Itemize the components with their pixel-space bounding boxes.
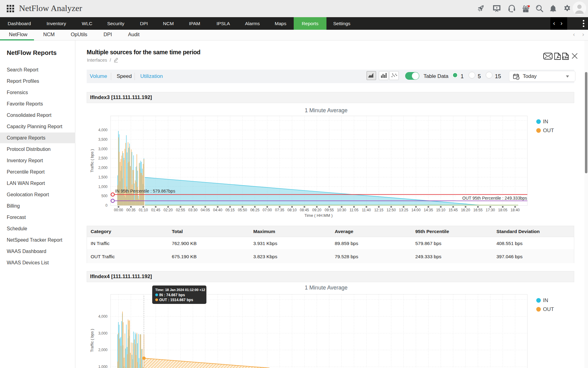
svg-text:06:25: 06:25: [250, 208, 259, 212]
svg-text:17:30: 17:30: [486, 208, 495, 212]
svg-text:1,500: 1,500: [98, 175, 107, 179]
svg-text:05:50: 05:50: [238, 208, 247, 212]
svg-text:2,000: 2,000: [98, 348, 107, 352]
svg-text:08:10: 08:10: [288, 208, 297, 212]
svg-text:01:10: 01:10: [139, 208, 148, 212]
svg-text:18:05: 18:05: [498, 208, 507, 212]
svg-text:14:35: 14:35: [424, 208, 433, 212]
svg-text:04:40: 04:40: [213, 208, 222, 212]
svg-text:3,000: 3,000: [98, 147, 107, 151]
svg-text:11:05: 11:05: [349, 208, 358, 212]
svg-text:15:45: 15:45: [449, 208, 458, 212]
svg-text:12:50: 12:50: [386, 208, 396, 212]
svg-text:05:15: 05:15: [225, 208, 235, 212]
svg-text:1,000: 1,000: [98, 185, 107, 189]
svg-text:1 Minute Average: 1 Minute Average: [305, 107, 348, 113]
svg-text:00:00: 00:00: [114, 208, 123, 212]
svg-text:OUT 95th Percentile : 249.333b: OUT 95th Percentile : 249.333bps: [462, 196, 527, 201]
svg-text:3,000: 3,000: [98, 331, 107, 335]
svg-text:11:40: 11:40: [362, 208, 371, 212]
svg-text:15:10: 15:10: [436, 208, 445, 212]
svg-text:500: 500: [101, 194, 107, 198]
svg-text:12:15: 12:15: [374, 208, 383, 212]
svg-text:02:55: 02:55: [176, 208, 185, 212]
svg-text:02:20: 02:20: [164, 208, 173, 212]
svg-text:18:40: 18:40: [511, 208, 520, 212]
svg-text:03:30: 03:30: [188, 208, 198, 212]
svg-text:4,000: 4,000: [98, 314, 107, 319]
svg-text:08:45: 08:45: [300, 208, 309, 212]
svg-text:01:45: 01:45: [151, 208, 160, 212]
svg-text:10:30: 10:30: [337, 208, 346, 212]
svg-text:07:35: 07:35: [275, 208, 284, 212]
svg-text:09:20: 09:20: [312, 208, 321, 212]
svg-text:IN 95th Percentile : 579.867bp: IN 95th Percentile : 579.867bps: [115, 189, 175, 194]
svg-text:3,500: 3,500: [98, 137, 107, 142]
svg-text:0: 0: [105, 203, 107, 208]
svg-text:Traffic ( bps ): Traffic ( bps ): [90, 329, 94, 352]
svg-text:2,500: 2,500: [98, 156, 107, 160]
svg-text:Traffic ( bps ): Traffic ( bps ): [90, 149, 94, 172]
svg-text:4,000: 4,000: [98, 128, 107, 132]
svg-text:Time ( HH:MM ): Time ( HH:MM ): [304, 213, 333, 218]
svg-text:00:35: 00:35: [126, 208, 135, 212]
svg-text:09:55: 09:55: [325, 208, 334, 212]
svg-text:14:00: 14:00: [411, 208, 420, 212]
svg-text:16:55: 16:55: [473, 208, 483, 212]
svg-text:1 Minute Average: 1 Minute Average: [305, 285, 348, 291]
svg-text:13:25: 13:25: [399, 208, 408, 212]
svg-text:2,000: 2,000: [98, 166, 107, 170]
svg-text:04:05: 04:05: [201, 208, 210, 212]
svg-text:07:00: 07:00: [263, 208, 272, 212]
svg-text:16:20: 16:20: [461, 208, 470, 212]
svg-text:1,000: 1,000: [98, 365, 107, 368]
